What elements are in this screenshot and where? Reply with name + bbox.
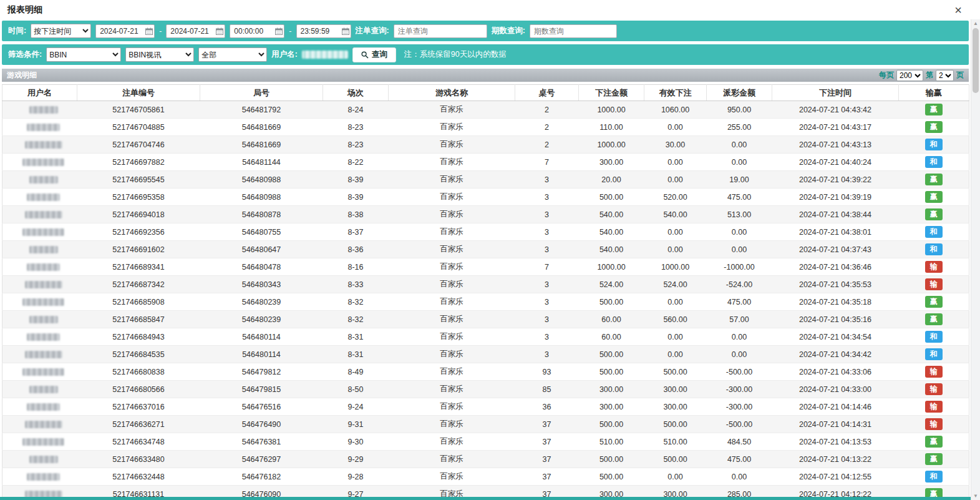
cell-bet-amount: 1000.00 bbox=[579, 101, 644, 119]
header-bet-time: 下注时间 bbox=[772, 85, 899, 101]
table-row: 5217467048855464816698-23百家乐2110.000.002… bbox=[2, 119, 969, 136]
cell-round-id: 546480239 bbox=[200, 293, 323, 311]
cell-session: 9-31 bbox=[323, 416, 389, 433]
scroll-down-icon[interactable]: ▼ bbox=[971, 493, 980, 499]
vertical-scrollbar[interactable]: ▲ ▼ bbox=[971, 19, 980, 500]
cell-bet-amount: 500.00 bbox=[579, 468, 644, 486]
cell-payout: 0.00 bbox=[707, 154, 772, 171]
time-type-select[interactable]: 按下注时间 bbox=[31, 24, 91, 38]
page-select[interactable]: 2 bbox=[936, 70, 954, 81]
cell-game-name: 百家乐 bbox=[389, 293, 515, 311]
cell-bet-time: 2024-07-21 04:43:13 bbox=[772, 136, 899, 154]
cell-bet-amount: 20.00 bbox=[579, 171, 644, 189]
cell-bet-time: 2024-07-21 04:35:18 bbox=[772, 293, 899, 311]
result-badge: 赢 bbox=[925, 174, 943, 185]
clock-icon[interactable] bbox=[275, 27, 283, 35]
redacted-username bbox=[29, 176, 58, 184]
result-badge: 输 bbox=[925, 366, 943, 378]
cell-round-id: 546481669 bbox=[200, 119, 323, 136]
cell-session: 8-36 bbox=[323, 241, 389, 258]
cell-round-id: 546479812 bbox=[200, 363, 323, 381]
cell-session: 8-39 bbox=[323, 171, 389, 189]
cell-payout: -300.00 bbox=[707, 398, 772, 416]
platform-select[interactable]: BBIN视讯 bbox=[125, 47, 194, 62]
cell-valid-bet: 0.00 bbox=[644, 468, 707, 486]
redacted-username bbox=[25, 281, 62, 288]
cell-session: 9-30 bbox=[323, 433, 389, 451]
filter-bar-time: 时间: 按下注时间 - - bbox=[2, 21, 969, 41]
cell-bet-id: 521746633480 bbox=[77, 451, 200, 468]
cell-username bbox=[2, 346, 77, 363]
time-to-wrap bbox=[296, 24, 351, 38]
cell-valid-bet: 1060.00 bbox=[644, 101, 707, 119]
per-page-select[interactable]: 200 bbox=[896, 70, 923, 81]
cell-payout: 0.00 bbox=[707, 468, 772, 486]
cell-bet-time: 2024-07-21 04:40:24 bbox=[772, 154, 899, 171]
redacted-username bbox=[25, 141, 62, 149]
cell-bet-time: 2024-07-21 04:39:22 bbox=[772, 171, 899, 189]
filter-criteria-label: 筛选条件: bbox=[8, 49, 42, 60]
cell-username bbox=[2, 381, 77, 398]
table-row: 5217466978825464811448-22百家乐7300.000.000… bbox=[2, 154, 969, 171]
result-badge: 输 bbox=[925, 418, 943, 430]
cell-payout: -500.00 bbox=[707, 416, 772, 433]
bet-query-input[interactable] bbox=[394, 24, 487, 38]
cell-session: 8-33 bbox=[323, 276, 389, 293]
horizontal-scrollbar[interactable] bbox=[0, 497, 971, 500]
cell-bet-id: 521746687342 bbox=[77, 276, 200, 293]
cell-bet-id: 521746632448 bbox=[77, 468, 200, 486]
cell-payout: -500.00 bbox=[707, 363, 772, 381]
cell-valid-bet: 1000.00 bbox=[644, 258, 707, 276]
scrollbar-thumb[interactable] bbox=[973, 28, 979, 93]
cell-session: 8-23 bbox=[323, 136, 389, 154]
result-badge: 赢 bbox=[925, 296, 943, 308]
search-button[interactable]: 查询 bbox=[352, 47, 396, 62]
cell-round-id: 546480114 bbox=[200, 328, 323, 346]
cell-round-id: 546481144 bbox=[200, 154, 323, 171]
cell-bet-amount: 500.00 bbox=[579, 293, 644, 311]
cell-bet-amount: 60.00 bbox=[579, 311, 644, 328]
cell-payout: 950.00 bbox=[707, 101, 772, 119]
cell-username bbox=[2, 223, 77, 241]
search-button-label: 查询 bbox=[372, 49, 387, 60]
clock-icon[interactable] bbox=[342, 27, 349, 35]
cell-result: 和 bbox=[899, 468, 969, 486]
period-query-input[interactable] bbox=[530, 24, 617, 38]
cell-bet-amount: 500.00 bbox=[579, 416, 644, 433]
close-icon[interactable]: × bbox=[953, 4, 963, 16]
cell-bet-amount: 110.00 bbox=[579, 119, 644, 136]
cell-game-name: 百家乐 bbox=[389, 206, 515, 223]
cell-payout: 19.00 bbox=[707, 171, 772, 189]
table-row: 5217466347485464763819-30百家乐37510.00510.… bbox=[2, 433, 969, 451]
time-range-separator: - bbox=[289, 27, 291, 36]
cell-session: 9-24 bbox=[323, 398, 389, 416]
search-icon bbox=[361, 51, 369, 59]
cell-valid-bet: 300.00 bbox=[644, 381, 707, 398]
cell-payout: -524.00 bbox=[707, 276, 772, 293]
game-type-select[interactable]: 全部 bbox=[198, 47, 267, 62]
cell-bet-id: 521746697882 bbox=[77, 154, 200, 171]
cell-round-id: 546480988 bbox=[200, 171, 323, 189]
cell-bet-id: 521746685908 bbox=[77, 293, 200, 311]
result-badge: 和 bbox=[925, 226, 943, 238]
cell-username bbox=[2, 189, 77, 206]
calendar-icon[interactable] bbox=[145, 27, 153, 35]
cell-result: 赢 bbox=[899, 451, 969, 468]
result-badge: 赢 bbox=[925, 436, 943, 448]
calendar-icon[interactable] bbox=[216, 27, 223, 35]
cell-table-no: 2 bbox=[515, 119, 579, 136]
vendor-select[interactable]: BBIN bbox=[46, 47, 121, 62]
cell-table-no: 3 bbox=[515, 189, 579, 206]
result-badge: 和 bbox=[925, 156, 943, 168]
scroll-up-icon[interactable]: ▲ bbox=[971, 21, 980, 26]
cell-payout: 0.00 bbox=[707, 223, 772, 241]
table-header-row: 用户名 注单编号 局号 场次 游戏名称 桌号 下注金额 有效下注 派彩金额 下注… bbox=[2, 85, 969, 101]
cell-result: 赢 bbox=[899, 119, 969, 136]
cell-game-name: 百家乐 bbox=[389, 189, 515, 206]
cell-bet-time: 2024-07-21 04:34:54 bbox=[772, 328, 899, 346]
cell-table-no: 3 bbox=[515, 346, 579, 363]
cell-game-name: 百家乐 bbox=[389, 468, 515, 486]
cell-bet-id: 521746692356 bbox=[77, 223, 200, 241]
cell-round-id: 546479815 bbox=[200, 381, 323, 398]
cell-bet-id: 521746680566 bbox=[77, 381, 200, 398]
